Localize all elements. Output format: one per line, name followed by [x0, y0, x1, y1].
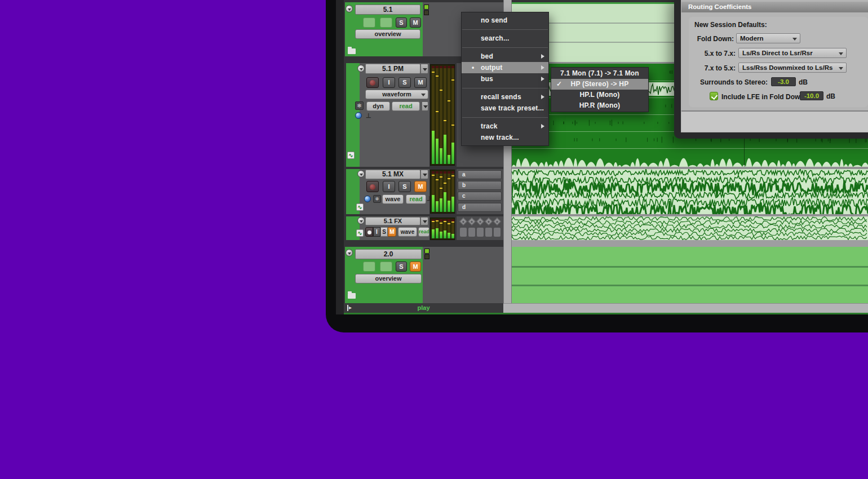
track-name-pm[interactable]: 5.1 PM [365, 64, 420, 74]
send-slot-empty[interactable] [494, 228, 501, 237]
input-monitor-button-dim[interactable] [380, 17, 392, 28]
elastic-audio-icon[interactable]: ❄ [373, 195, 381, 203]
activity-led-off [424, 254, 429, 259]
submenu-item-hp-stereo-hp[interactable]: HP (Stereo) -> HP✓ [551, 79, 648, 90]
activity-led-on [424, 5, 429, 10]
lfe-value-field[interactable]: -10.0 [800, 91, 823, 100]
menu-item-recall-sends[interactable]: recall sends [462, 91, 548, 103]
meter-bar [436, 219, 439, 238]
solo-button[interactable]: S [398, 181, 411, 192]
disclosure-triangle-icon[interactable] [346, 5, 353, 12]
automation-dropdown[interactable] [422, 101, 428, 111]
menu-item-save-track-preset[interactable]: save track preset... [462, 103, 548, 114]
solo-button[interactable]: S [380, 227, 388, 237]
track-options-dropdown[interactable] [420, 64, 428, 74]
track-options-dropdown[interactable] [420, 217, 428, 225]
mute-button[interactable]: M [414, 77, 427, 88]
lfe-label: Include LFE in Fold Down: [721, 93, 807, 101]
record-enable-button-dim[interactable] [363, 17, 375, 28]
submenu-item-hp-l-mono[interactable]: HP.L (Mono) [551, 90, 648, 100]
fold-down-select[interactable]: Modern [736, 33, 800, 43]
input-monitor-button-dim[interactable] [380, 261, 392, 272]
meter-bar [444, 171, 446, 212]
disclosure-triangle-icon[interactable] [357, 170, 365, 178]
record-enable-button[interactable] [365, 227, 373, 237]
track-name-mx[interactable]: 5.1 MX [365, 170, 420, 179]
surrounds-value-field[interactable]: -3.0 [771, 77, 796, 86]
track-view-selector[interactable]: wave [398, 227, 417, 237]
waveform-51mx[interactable] [512, 169, 868, 214]
overview-button[interactable]: overview [355, 29, 420, 39]
send-slot-empty[interactable] [477, 228, 484, 237]
solo-button[interactable]: S [396, 17, 407, 28]
input-monitor-orb-icon[interactable] [355, 112, 362, 119]
send-slot-b[interactable]: b [458, 181, 502, 190]
waveform-51fx[interactable] [512, 216, 868, 240]
send-slot-empty[interactable] [485, 228, 492, 237]
track-view-selector[interactable]: waveform [365, 90, 428, 99]
dialog-title[interactable]: Routing Coefficients [681, 2, 868, 12]
input-monitor-button[interactable]: I [373, 227, 380, 237]
disclosure-triangle-icon[interactable] [357, 217, 365, 224]
meter-bar [440, 171, 442, 212]
send-slot-a[interactable]: a [458, 170, 502, 179]
submenu-item-7-1-mon-7-1-7-1-mon[interactable]: 7.1 Mon (7.1) -> 7.1 Mon [551, 68, 648, 79]
solo-button[interactable]: S [396, 261, 407, 272]
record-enable-button-dim[interactable] [363, 261, 375, 272]
mute-button-active[interactable]: M [410, 261, 421, 272]
send-slot-empty[interactable] [460, 228, 467, 237]
meter-bar [448, 171, 450, 212]
lfe-checkbox[interactable] [710, 92, 718, 100]
track-name-51[interactable]: 5.1 [355, 5, 420, 15]
track-name-20[interactable]: 2.0 [355, 249, 422, 259]
send-slot-empty[interactable] [468, 228, 475, 237]
surrounds-unit: dB [799, 78, 808, 86]
elastic-audio-icon[interactable]: ❄ [355, 101, 364, 110]
folder-overview-lane-20[interactable] [512, 247, 868, 303]
track-options-dropdown[interactable] [420, 170, 428, 179]
send-slot-d[interactable]: d [458, 203, 502, 212]
automation-mode-button[interactable]: read [392, 101, 420, 111]
mute-button-active[interactable]: M [414, 181, 427, 192]
input-monitor-button[interactable]: I [383, 77, 395, 88]
mute-button-active[interactable]: M [388, 227, 396, 237]
record-enable-button[interactable] [366, 181, 379, 192]
disclosure-triangle-icon[interactable] [357, 65, 365, 72]
dyn-button[interactable]: dyn [366, 101, 390, 111]
solo-button[interactable]: S [398, 77, 411, 88]
horizontal-scrollbar[interactable] [503, 303, 868, 313]
track-name-fx[interactable]: 5.1 FX [365, 217, 420, 225]
send-slot-c[interactable]: c [458, 192, 502, 201]
menu-item-bus[interactable]: bus [462, 73, 548, 85]
meter-bar [432, 171, 435, 212]
submenu-arrow-icon [541, 77, 544, 81]
window-inner-edge [336, 0, 344, 314]
seven-to-five-label: 7.x to 5.x: [689, 64, 736, 72]
input-monitor-button[interactable]: I [383, 181, 395, 192]
automation-mode-button[interactable]: read [418, 227, 429, 237]
lfe-unit: dB [826, 92, 835, 100]
overview-button[interactable]: overview [355, 274, 422, 283]
send-context-menu: no sendsearch...bedoutput•busrecall send… [461, 12, 549, 146]
record-enable-button[interactable] [366, 77, 379, 88]
menu-item-new-track[interactable]: new track... [462, 132, 548, 143]
mute-button[interactable]: M [410, 17, 421, 28]
automation-mode-button[interactable]: read [406, 194, 426, 204]
menu-item-output[interactable]: output• [462, 62, 548, 73]
folder-icon [348, 293, 356, 299]
overview-lane-divider [512, 285, 868, 286]
timebase-icon: ∿ [356, 203, 364, 211]
seven-to-five-select[interactable]: Lss/Rss Downmixed to Ls/Rs [738, 63, 847, 73]
menu-item-track[interactable]: track [462, 121, 548, 132]
track-view-selector[interactable]: wave [382, 194, 404, 204]
menu-item-search[interactable]: search... [462, 33, 548, 44]
submenu-item-hp-r-mono[interactable]: HP.R (Mono) [551, 100, 648, 111]
input-monitor-orb-icon[interactable] [364, 196, 371, 202]
disclosure-triangle-icon[interactable] [346, 249, 353, 256]
menu-separator [462, 85, 548, 91]
track-gap [512, 240, 868, 247]
menu-item-no-send[interactable]: no send [462, 15, 548, 26]
menu-item-bed[interactable]: bed [462, 51, 548, 62]
section-heading: New Session Defaults: [694, 21, 767, 29]
five-to-seven-select[interactable]: Ls/Rs Direct to Lsr/Rsr [738, 48, 847, 58]
